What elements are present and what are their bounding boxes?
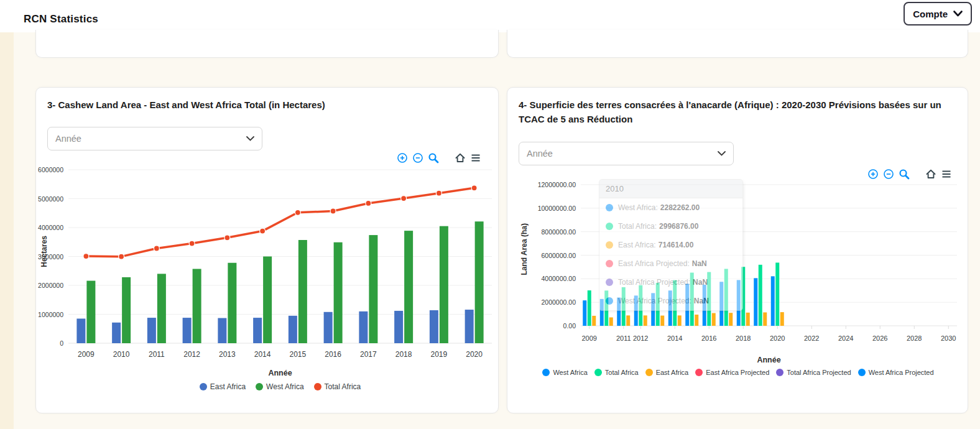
year-filter: Année bbox=[47, 127, 262, 150]
legend-item-west-africa[interactable]: West Africa bbox=[542, 369, 587, 376]
svg-text:0.00: 0.00 bbox=[563, 322, 576, 330]
rcn-statistics-page: RCN Statistics Compte 3- Cashew Land Are… bbox=[0, 0, 980, 429]
svg-text:2017: 2017 bbox=[360, 350, 377, 359]
page-title: RCN Statistics bbox=[24, 13, 98, 25]
svg-text:2009: 2009 bbox=[78, 350, 95, 359]
svg-text:6000000: 6000000 bbox=[38, 166, 63, 173]
menu-icon[interactable] bbox=[941, 168, 952, 180]
tooltip-row: East Africa Projected: NaN bbox=[599, 254, 742, 273]
svg-text:2026: 2026 bbox=[872, 334, 887, 342]
svg-text:2028: 2028 bbox=[907, 334, 922, 342]
svg-text:12000000.00: 12000000.00 bbox=[538, 181, 576, 188]
legend-label: East Africa bbox=[210, 382, 246, 391]
svg-text:4000000.00: 4000000.00 bbox=[542, 275, 576, 282]
page-left-margin bbox=[0, 0, 14, 429]
card-partial-top-left bbox=[35, 30, 499, 58]
account-menu-button[interactable]: Compte bbox=[904, 2, 972, 25]
legend-item-east-africa-projected[interactable]: East Africa Projected bbox=[695, 369, 769, 376]
legend-item-west-africa-projected[interactable]: West Africa Projected bbox=[858, 369, 934, 376]
tooltip-series-marker bbox=[606, 279, 613, 286]
legend-item-total-africa[interactable]: Total Africa bbox=[314, 382, 361, 391]
card-partial-top-right bbox=[507, 30, 968, 58]
chart-card-title: 4- Superficie des terres consacrées à l'… bbox=[519, 98, 956, 126]
svg-text:10000000.00: 10000000.00 bbox=[538, 205, 576, 212]
legend-item-east-africa[interactable]: East Africa bbox=[645, 369, 689, 376]
legend-marker bbox=[200, 383, 207, 390]
legend-marker bbox=[695, 369, 703, 376]
chart-toolbar bbox=[397, 152, 481, 164]
tooltip-series-marker bbox=[606, 260, 613, 267]
cashew-land-area-chart[interactable]: 0100000020000003000000400000050000006000… bbox=[36, 161, 499, 366]
tooltip-series-label: West Africa: bbox=[618, 203, 658, 212]
svg-text:2013: 2013 bbox=[219, 350, 236, 359]
menu-icon[interactable] bbox=[470, 152, 481, 164]
legend-label: West Africa bbox=[266, 382, 303, 391]
svg-text:2022: 2022 bbox=[804, 334, 819, 342]
legend-label: East Africa Projected bbox=[706, 369, 769, 376]
svg-text:2012: 2012 bbox=[183, 350, 200, 359]
svg-text:2016: 2016 bbox=[701, 334, 716, 342]
selection-zoom-icon[interactable] bbox=[428, 152, 439, 164]
legend-marker bbox=[314, 383, 321, 390]
tooltip-title: 2010 bbox=[599, 180, 742, 198]
tooltip-series-marker bbox=[606, 223, 613, 230]
legend-item-east-africa[interactable]: East Africa bbox=[200, 382, 246, 391]
svg-text:2000000: 2000000 bbox=[38, 282, 63, 289]
legend-label: Total Africa bbox=[605, 369, 639, 376]
svg-text:2024: 2024 bbox=[838, 334, 853, 342]
x-axis-title: Année bbox=[68, 369, 492, 377]
tooltip-row: East Africa: 714614.00 bbox=[599, 236, 742, 254]
tooltip-series-value: NaN bbox=[692, 259, 707, 268]
tooltip-series-label: East Africa Projected: bbox=[618, 259, 690, 268]
selection-zoom-icon[interactable] bbox=[899, 168, 910, 180]
svg-text:2014: 2014 bbox=[667, 334, 682, 342]
svg-text:8000000.00: 8000000.00 bbox=[542, 228, 576, 236]
tooltip-row: West Africa: 2282262.00 bbox=[599, 198, 742, 217]
legend-marker bbox=[542, 369, 550, 376]
legend-label: West Africa Projected bbox=[869, 369, 934, 376]
legend-marker bbox=[776, 369, 784, 376]
legend-item-total-africa-projected[interactable]: Total Africa Projected bbox=[776, 369, 851, 376]
legend-item-west-africa[interactable]: West Africa bbox=[256, 382, 303, 391]
svg-text:4000000: 4000000 bbox=[38, 224, 63, 231]
chevron-down-icon bbox=[953, 11, 963, 17]
legend-item-total-africa[interactable]: Total Africa bbox=[594, 369, 639, 376]
account-button-label: Compte bbox=[913, 9, 948, 19]
svg-text:0: 0 bbox=[60, 339, 63, 347]
y-axis-title: Land Area (ha) bbox=[520, 223, 529, 275]
svg-text:2020: 2020 bbox=[466, 350, 483, 359]
svg-text:2014: 2014 bbox=[254, 350, 271, 359]
year-filter-select[interactable]: Année bbox=[47, 127, 262, 150]
chart-legend: West AfricaTotal AfricaEast AfricaEast A… bbox=[512, 369, 964, 376]
zoom-out-icon[interactable] bbox=[412, 152, 423, 164]
svg-text:2016: 2016 bbox=[325, 350, 341, 359]
tooltip-series-marker bbox=[606, 297, 613, 305]
svg-text:2011: 2011 bbox=[149, 350, 165, 359]
page-header: RCN Statistics bbox=[0, 0, 980, 32]
tooltip-row: West Africa Projected: NaN bbox=[599, 292, 742, 310]
zoom-in-icon[interactable] bbox=[397, 152, 408, 164]
tooltip-series-label: West Africa Projected: bbox=[618, 297, 691, 305]
tooltip-series-label: East Africa: bbox=[618, 241, 656, 249]
y-axis-title: Hectares bbox=[40, 236, 49, 267]
chart-card-title: 3- Cashew Land Area - East and West Afri… bbox=[47, 98, 487, 113]
tooltip-series-marker bbox=[606, 204, 613, 211]
svg-text:1000000: 1000000 bbox=[38, 311, 63, 318]
zoom-in-icon[interactable] bbox=[867, 168, 879, 180]
svg-text:2015: 2015 bbox=[290, 350, 307, 359]
home-reset-icon[interactable] bbox=[455, 152, 466, 164]
tooltip-series-value: 714614.00 bbox=[659, 241, 694, 249]
legend-marker bbox=[858, 369, 866, 376]
svg-text:2010: 2010 bbox=[113, 350, 130, 359]
legend-marker bbox=[594, 369, 602, 376]
tooltip-series-value: NaN bbox=[693, 278, 708, 287]
svg-text:6000000.00: 6000000.00 bbox=[542, 252, 576, 259]
year-filter-select[interactable]: Année bbox=[519, 142, 734, 165]
x-axis-title: Année bbox=[581, 356, 957, 364]
svg-text:2011: 2011 bbox=[616, 334, 631, 342]
legend-label: Total Africa Projected bbox=[787, 369, 851, 376]
legend-label: East Africa bbox=[656, 369, 689, 376]
zoom-out-icon[interactable] bbox=[883, 168, 894, 180]
home-reset-icon[interactable] bbox=[925, 168, 936, 180]
svg-text:2018: 2018 bbox=[395, 350, 412, 359]
